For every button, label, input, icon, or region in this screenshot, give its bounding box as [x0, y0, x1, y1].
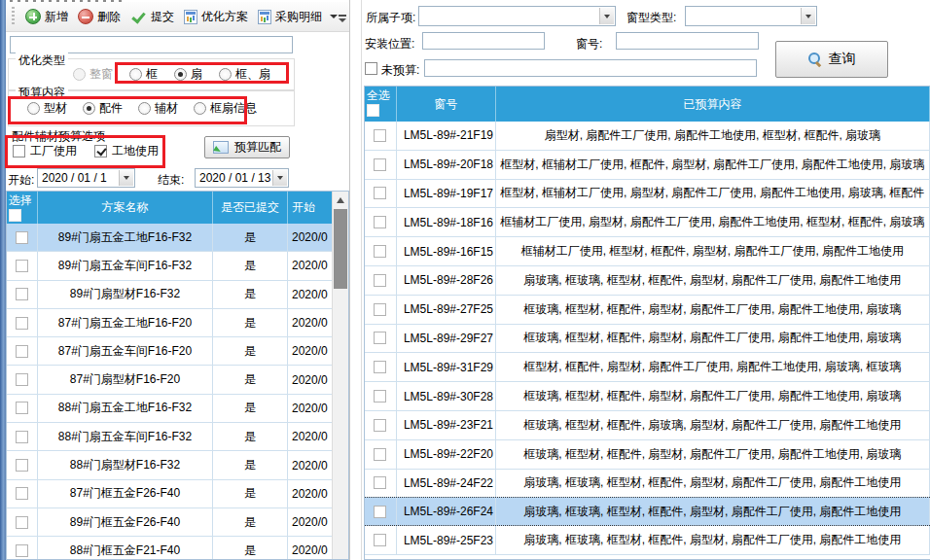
plan-table-row[interactable]: 89#门扇型材F16-F32 是 2020/0	[7, 281, 348, 309]
optimize-plan-button[interactable]: 优化方案	[179, 6, 253, 28]
scrollbar-up-button[interactable]	[333, 193, 348, 207]
window-type-combobox[interactable]	[685, 6, 817, 26]
no-budget-input[interactable]	[424, 59, 757, 77]
window-type-dropdown-button[interactable]	[801, 8, 815, 24]
plan-table-row[interactable]: 88#门扇五金工地F16-F32 是 2020/0	[7, 395, 348, 423]
window-budget-row[interactable]: LM5L-89#-31F29 框型材, 框配件, 扇型材, 扇配件工厂使用, 扇…	[365, 353, 930, 382]
window-budget-row[interactable]: LM5L-89#-27F25 框玻璃, 框型材, 框配件, 扇型材, 扇配件工厂…	[365, 296, 930, 325]
window-budget-row[interactable]: LM5L-89#-22F20 框玻璃, 框型材, 框配件, 扇型材, 扇配件工厂…	[365, 440, 930, 470]
query-button[interactable]: 查询	[775, 41, 888, 78]
window-budget-row[interactable]: LM5L-89#-29F27 框玻璃, 框型材, 框配件, 扇型材, 扇配件工厂…	[365, 325, 930, 354]
start-date-cell: 2020/0	[292, 487, 328, 501]
start-date-picker[interactable]: 2020 / 01 / 1	[37, 168, 135, 188]
radio-option[interactable]: 框扇信息	[194, 100, 257, 117]
row-checkbox[interactable]	[374, 245, 386, 258]
row-checkbox[interactable]	[374, 216, 386, 228]
row-checkbox[interactable]	[374, 390, 386, 402]
radio-option[interactable]: 整窗	[73, 66, 113, 83]
row-checkbox[interactable]	[374, 476, 386, 489]
row-checkbox[interactable]	[16, 231, 28, 244]
start-date-dropdown-button[interactable]	[119, 170, 133, 186]
plan-table-row[interactable]: 89#门扇五金工地F16-F32 是 2020/0	[7, 224, 348, 252]
radio-option[interactable]: 扇	[174, 66, 202, 83]
row-checkbox[interactable]	[16, 459, 28, 472]
radio-option[interactable]: 框	[129, 66, 158, 83]
plan-table-row[interactable]: 87#门扇五金工地F16-F20 是 2020/0	[7, 309, 348, 337]
toolbar-overflow-button[interactable]	[335, 10, 349, 27]
row-checkbox[interactable]	[16, 260, 28, 272]
row-checkbox[interactable]	[16, 345, 28, 358]
row-checkbox[interactable]	[374, 448, 386, 461]
toolbar-grip-handle[interactable]	[12, 7, 15, 26]
window-budget-row[interactable]: LM5L-89#-28F26 扇玻璃, 框玻璃, 框型材, 框配件, 扇型材, …	[365, 266, 930, 296]
radio-option[interactable]: 配件	[83, 100, 123, 117]
row-checkbox[interactable]	[16, 544, 28, 557]
row-checkbox[interactable]	[374, 361, 386, 373]
query-button-label: 查询	[829, 51, 856, 68]
plan-table-row[interactable]: 88#门扇型材F16-F32 是 2020/0	[7, 451, 348, 479]
end-date-picker[interactable]: 2020 / 01 / 13	[195, 168, 289, 188]
row-checkbox[interactable]	[16, 373, 28, 386]
row-checkbox[interactable]	[374, 187, 386, 199]
sub-item-combobox[interactable]	[418, 6, 616, 26]
row-checkbox[interactable]	[374, 419, 386, 432]
window-budget-row[interactable]: LM5L-89#-30F28 框玻璃, 框型材, 框配件, 扇型材, 扇配件工厂…	[365, 382, 930, 411]
window-budget-row[interactable]: LM5L-89#-25F23 扇玻璃, 框玻璃, 框型材, 框配件, 扇型材, …	[365, 526, 930, 555]
row-checkbox[interactable]	[16, 402, 28, 414]
row-checkbox[interactable]	[16, 487, 28, 500]
row-checkbox[interactable]	[374, 506, 386, 518]
plan-table-row[interactable]: 88#门框五金F21-F40 是 2020/0	[7, 537, 348, 560]
radio-option[interactable]: 框、扇	[219, 66, 270, 83]
window-budget-row[interactable]: LM5L-89#-19F17 框型材, 框辅材工厂使用, 扇型材, 扇配件工厂使…	[365, 180, 930, 209]
row-checkbox[interactable]	[374, 332, 386, 344]
plan-filter-input[interactable]	[10, 36, 293, 53]
row-checkbox[interactable]	[374, 274, 386, 287]
sub-item-dropdown-button[interactable]	[599, 8, 614, 24]
select-all-windows-checkbox[interactable]	[367, 104, 379, 117]
delete-button[interactable]: 删除	[73, 6, 125, 28]
window-budget-row[interactable]: LM5L-89#-21F19 扇型材, 扇配件工厂使用, 扇配件工地使用, 框型…	[365, 122, 930, 151]
window-no-cell: LM5L-89#-18F16	[404, 216, 493, 229]
window-budget-row[interactable]: LM5L-89#-23F21 框玻璃, 框型材, 框配件, 扇玻璃, 扇型材, …	[365, 411, 930, 440]
window-no-input[interactable]	[616, 32, 759, 50]
row-checkbox[interactable]	[16, 317, 28, 330]
factory-use-checkbox[interactable]	[13, 145, 25, 158]
plan-table-row[interactable]: 87#门扇五金车间F16-F20 是 2020/0	[7, 337, 348, 366]
window-no-cell: LM5L-89#-24F22	[404, 476, 493, 490]
row-checkbox[interactable]	[374, 303, 386, 316]
purchase-detail-button[interactable]: 采购明细	[253, 6, 342, 28]
install-position-input[interactable]	[422, 32, 545, 50]
end-date-dropdown-button[interactable]	[272, 170, 287, 186]
radio-option[interactable]: 型材	[27, 100, 67, 117]
site-use-checkbox-option[interactable]: 工地使用	[94, 143, 159, 159]
budget-match-button[interactable]: 预算匹配	[204, 136, 290, 158]
row-checkbox[interactable]	[374, 534, 386, 546]
window-budget-row[interactable]: LM5L-89#-20F18 框型材, 框辅材工厂使用, 框配件, 扇型材, 扇…	[365, 151, 930, 180]
window-budget-row[interactable]: LM5L-89#-16F15 框辅材工厂使用, 框型材, 框配件, 扇型材, 扇…	[365, 237, 930, 266]
plan-table-row[interactable]: 89#门框五金F26-F40 是 2020/0	[7, 508, 348, 537]
window-budget-row[interactable]: LM5L-89#-18F16 框辅材工厂使用, 扇型材, 扇配件工厂使用, 扇配…	[365, 208, 930, 237]
row-checkbox[interactable]	[16, 288, 28, 300]
row-checkbox[interactable]	[374, 129, 386, 142]
site-use-checkbox[interactable]	[94, 145, 107, 158]
no-budget-checkbox[interactable]	[365, 62, 377, 75]
plan-table-row[interactable]: 89#门扇五金车间F16-F32 是 2020/0	[7, 252, 348, 280]
plan-table-scrollbar[interactable]	[332, 192, 348, 559]
window-budget-row[interactable]: LM5L-89#-24F22 扇玻璃, 框玻璃, 框型材, 框配件, 扇型材, …	[365, 470, 930, 499]
row-checkbox[interactable]	[16, 516, 28, 529]
window-budget-row[interactable]: LM5L-89#-26F24 扇玻璃, 框玻璃, 框型材, 框配件, 扇型材, …	[365, 497, 930, 526]
plan-table-row[interactable]: 88#门扇五金车间F16-F32 是 2020/0	[7, 423, 348, 451]
plan-table-row[interactable]: 87#门扇型材F16-F20 是 2020/0	[7, 366, 348, 394]
submit-button[interactable]: 提交	[125, 6, 179, 28]
delete-button-label: 删除	[97, 9, 121, 25]
row-checkbox[interactable]	[374, 158, 386, 171]
add-button[interactable]: 新增	[20, 6, 73, 28]
plan-table-row[interactable]: 87#门框五金F26-F40 是 2020/0	[7, 480, 348, 508]
factory-use-checkbox-option[interactable]: 工厂使用	[13, 143, 77, 159]
select-all-plans-checkbox[interactable]	[9, 209, 21, 222]
radio-option[interactable]: 辅材	[138, 100, 178, 117]
submitted-cell: 是	[244, 429, 256, 445]
magnifier-icon	[808, 52, 823, 67]
scrollbar-thumb[interactable]	[334, 209, 347, 289]
row-checkbox[interactable]	[16, 431, 28, 443]
